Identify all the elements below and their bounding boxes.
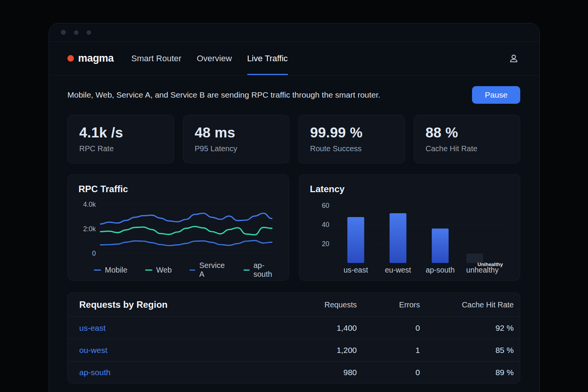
svg-text:40: 40 <box>322 221 329 229</box>
latency-chart-card: Latency 204060Unihealthyus-easteu-westap… <box>299 174 521 281</box>
svg-text:0: 0 <box>92 250 96 257</box>
stat-card-route-success: 99.99 % Route Success <box>298 115 405 163</box>
legend-dash-icon <box>94 270 101 271</box>
stat-card-cache-hit-rate: 88 % Cache Hit Rate <box>414 115 521 163</box>
column-header-errors: Errors <box>357 301 420 309</box>
legend-item-web[interactable]: Web <box>145 261 172 279</box>
user-icon[interactable] <box>508 53 519 64</box>
cache-hit-rate-value: 85 % <box>420 346 514 355</box>
table-row-us-east: us-east 1,400 0 92 % <box>68 317 520 339</box>
primary-nav: Smart Router Overview Live Traffic <box>131 42 288 75</box>
legend-dash-icon <box>189 270 196 271</box>
table-row-ap-south: ap-south 980 0 89 % <box>68 361 520 383</box>
requests-value: 980 <box>290 368 357 377</box>
status-message: Mobile, Web, Service A, and Service B ar… <box>67 90 380 100</box>
legend-label: ap-south <box>253 261 278 279</box>
table-title: Requests by Region <box>79 299 290 310</box>
stat-label: RPC Rate <box>79 144 162 153</box>
window-control-dot-3[interactable] <box>87 30 91 35</box>
errors-value: 0 <box>357 368 420 377</box>
stat-value: 99.99 % <box>310 125 393 141</box>
legend-label: Service A <box>199 261 226 279</box>
column-header-cache-hit-rate: Cache Hit Rate <box>420 301 514 309</box>
errors-value: 0 <box>357 323 420 333</box>
legend-item-ap-south[interactable]: ap-south <box>243 261 278 279</box>
errors-value: 1 <box>357 346 420 355</box>
cache-hit-rate-value: 89 % <box>420 368 514 377</box>
nav-tab-smart-router[interactable]: Smart Router <box>131 42 181 75</box>
main-content: Mobile, Web, Service A, and Service B ar… <box>49 75 539 384</box>
svg-text:60: 60 <box>322 202 329 209</box>
region-link[interactable]: ou-west <box>79 346 290 355</box>
app-window: magma Smart Router Overview Live Traffic… <box>49 23 540 392</box>
top-navbar: magma Smart Router Overview Live Traffic <box>49 42 539 75</box>
stat-label: Route Success <box>310 144 393 153</box>
stat-card-p95-latency: 48 ms P95 Latency <box>183 115 290 163</box>
cache-hit-rate-value: 92 % <box>420 323 514 333</box>
stat-label: Cache Hit Rate <box>426 144 509 153</box>
pause-button[interactable]: Pause <box>472 86 520 104</box>
legend-label: Web <box>156 266 172 274</box>
window-control-dot-1[interactable] <box>61 30 66 35</box>
svg-text:us-east: us-east <box>343 266 368 274</box>
stat-value: 48 ms <box>195 125 278 141</box>
table-header-row: Requests by Region Requests Errors Cache… <box>68 293 520 317</box>
svg-text:unhealthy: unhealthy <box>466 266 498 274</box>
rpc-traffic-chart-title: RPC Traffic <box>78 184 278 194</box>
legend-label: Mobile <box>105 266 127 274</box>
nav-tab-overview[interactable]: Overview <box>197 42 232 75</box>
legend-dash-icon <box>145 270 152 271</box>
nav-tab-live-traffic[interactable]: Live Traffic <box>247 42 288 75</box>
svg-text:20: 20 <box>322 240 329 248</box>
svg-text:eu-west: eu-west <box>385 266 411 274</box>
requests-by-region-table: Requests by Region Requests Errors Cache… <box>67 292 520 384</box>
svg-text:2:0k: 2:0k <box>83 225 96 233</box>
table-row-ou-west: ou-west 1,200 1 85 % <box>68 339 520 361</box>
svg-text:4.0k: 4.0k <box>83 201 96 208</box>
stat-value: 88 % <box>426 125 509 141</box>
stat-cards-row: 4.1k /s RPC Rate 48 ms P95 Latency 99.99… <box>67 115 520 163</box>
region-link[interactable]: ap-south <box>79 368 290 377</box>
logo-dot-icon <box>67 55 74 62</box>
legend-dash-icon <box>243 270 250 271</box>
latency-bar-chart: 204060Unihealthyus-easteu-westap-southun… <box>310 200 510 274</box>
window-titlebar <box>49 23 539 42</box>
column-header-requests: Requests <box>290 301 357 309</box>
requests-value: 1,400 <box>290 323 357 333</box>
window-control-dot-2[interactable] <box>74 30 78 35</box>
status-row: Mobile, Web, Service A, and Service B ar… <box>67 86 520 104</box>
latency-chart-title: Latency <box>310 184 510 194</box>
rpc-traffic-chart-card: RPC Traffic 4.0k2:0k0 Mobile Web Service… <box>67 174 289 281</box>
app-logo-text: magma <box>78 52 114 64</box>
region-link[interactable]: us-east <box>79 323 290 333</box>
charts-row: RPC Traffic 4.0k2:0k0 Mobile Web Service… <box>67 174 520 281</box>
rpc-chart-legend: Mobile Web Service A ap-south <box>78 261 278 279</box>
rpc-traffic-line-chart: 4.0k2:0k0 <box>78 200 278 257</box>
stat-card-rpc-rate: 4.1k /s RPC Rate <box>67 115 174 163</box>
stat-label: P95 Latency <box>195 144 278 153</box>
app-logo: magma <box>67 42 114 75</box>
stat-value: 4.1k /s <box>79 125 162 141</box>
legend-item-service-a[interactable]: Service A <box>189 261 226 279</box>
legend-item-mobile[interactable]: Mobile <box>94 261 127 279</box>
requests-value: 1,200 <box>290 346 357 355</box>
svg-text:ap-south: ap-south <box>425 266 454 274</box>
